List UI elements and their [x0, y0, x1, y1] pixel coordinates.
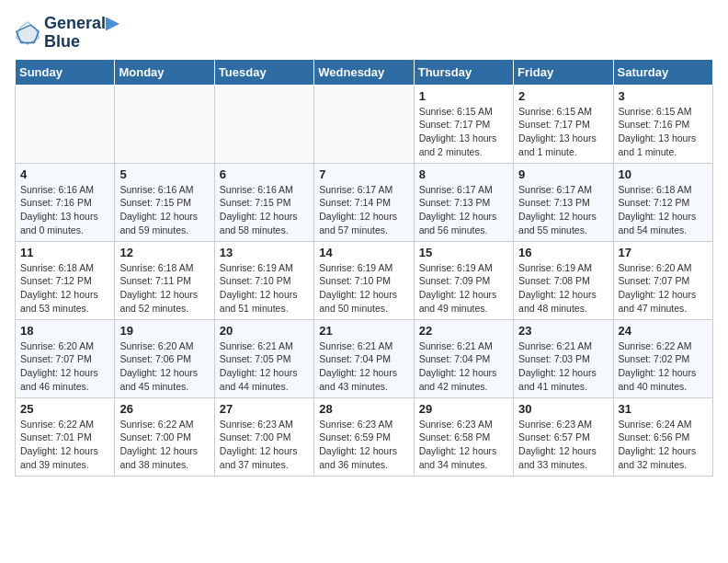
day-info: Sunrise: 6:20 AM Sunset: 7:06 PM Dayligh…: [119, 339, 209, 394]
calendar-week-row: 4Sunrise: 6:16 AM Sunset: 7:16 PM Daylig…: [16, 163, 713, 241]
calendar-day-cell: 6Sunrise: 6:16 AM Sunset: 7:15 PM Daylig…: [214, 163, 313, 241]
calendar-day-cell: 10Sunrise: 6:18 AM Sunset: 7:12 PM Dayli…: [613, 163, 712, 241]
day-info: Sunrise: 6:17 AM Sunset: 7:13 PM Dayligh…: [419, 183, 508, 237]
calendar-day-cell: 26Sunrise: 6:22 AM Sunset: 7:00 PM Dayli…: [115, 397, 214, 476]
calendar-day-cell: 4Sunrise: 6:16 AM Sunset: 7:16 PM Daylig…: [16, 163, 115, 241]
day-number: 7: [319, 167, 408, 181]
calendar-day-cell: 21Sunrise: 6:21 AM Sunset: 7:04 PM Dayli…: [314, 319, 414, 397]
day-number: 27: [220, 402, 309, 416]
day-number: 4: [20, 167, 109, 181]
calendar-day-cell: 23Sunrise: 6:21 AM Sunset: 7:03 PM Dayli…: [514, 319, 613, 397]
calendar-day-cell: 13Sunrise: 6:19 AM Sunset: 7:10 PM Dayli…: [214, 241, 313, 319]
day-of-week-header: Friday: [514, 59, 613, 85]
day-info: Sunrise: 6:19 AM Sunset: 7:10 PM Dayligh…: [319, 261, 408, 316]
calendar-day-cell: 3Sunrise: 6:15 AM Sunset: 7:16 PM Daylig…: [613, 85, 712, 163]
calendar-week-row: 18Sunrise: 6:20 AM Sunset: 7:07 PM Dayli…: [16, 319, 713, 397]
calendar-day-cell: [214, 85, 313, 163]
day-of-week-header: Tuesday: [214, 59, 313, 85]
day-info: Sunrise: 6:17 AM Sunset: 7:14 PM Dayligh…: [319, 183, 408, 237]
calendar-day-cell: 20Sunrise: 6:21 AM Sunset: 7:05 PM Dayli…: [214, 319, 313, 397]
day-info: Sunrise: 6:16 AM Sunset: 7:16 PM Dayligh…: [20, 183, 109, 237]
day-number: 16: [518, 246, 608, 259]
day-number: 18: [20, 324, 109, 338]
day-info: Sunrise: 6:22 AM Sunset: 7:00 PM Dayligh…: [119, 418, 209, 472]
calendar-day-cell: 12Sunrise: 6:18 AM Sunset: 7:11 PM Dayli…: [115, 241, 214, 319]
day-number: 26: [119, 402, 209, 416]
calendar-day-cell: 24Sunrise: 6:22 AM Sunset: 7:02 PM Dayli…: [613, 319, 712, 397]
day-info: Sunrise: 6:15 AM Sunset: 7:17 PM Dayligh…: [518, 105, 608, 159]
calendar-week-row: 11Sunrise: 6:18 AM Sunset: 7:12 PM Dayli…: [16, 241, 713, 319]
calendar-header-row: SundayMondayTuesdayWednesdayThursdayFrid…: [16, 59, 713, 85]
calendar-day-cell: 25Sunrise: 6:22 AM Sunset: 7:01 PM Dayli…: [16, 397, 115, 476]
calendar-week-row: 1Sunrise: 6:15 AM Sunset: 7:17 PM Daylig…: [16, 85, 713, 163]
day-number: 14: [319, 246, 408, 259]
day-info: Sunrise: 6:22 AM Sunset: 7:02 PM Dayligh…: [619, 339, 708, 394]
calendar-day-cell: 31Sunrise: 6:24 AM Sunset: 6:56 PM Dayli…: [613, 397, 712, 476]
day-info: Sunrise: 6:19 AM Sunset: 7:09 PM Dayligh…: [419, 261, 508, 316]
calendar-day-cell: 14Sunrise: 6:19 AM Sunset: 7:10 PM Dayli…: [314, 241, 414, 319]
day-number: 19: [119, 324, 209, 338]
day-info: Sunrise: 6:18 AM Sunset: 7:12 PM Dayligh…: [619, 183, 708, 237]
page-header: General▶ Blue: [15, 15, 713, 52]
day-number: 25: [20, 402, 109, 416]
day-info: Sunrise: 6:18 AM Sunset: 7:12 PM Dayligh…: [20, 261, 109, 316]
calendar-day-cell: [16, 85, 115, 163]
day-number: 9: [518, 167, 608, 181]
day-number: 31: [619, 402, 708, 416]
day-of-week-header: Saturday: [613, 59, 712, 85]
calendar-day-cell: 16Sunrise: 6:19 AM Sunset: 7:08 PM Dayli…: [514, 241, 613, 319]
day-info: Sunrise: 6:23 AM Sunset: 6:57 PM Dayligh…: [518, 418, 608, 472]
calendar-day-cell: [115, 85, 214, 163]
calendar-day-cell: 28Sunrise: 6:23 AM Sunset: 6:59 PM Dayli…: [314, 397, 414, 476]
day-number: 29: [419, 402, 508, 416]
day-number: 23: [518, 324, 608, 338]
day-info: Sunrise: 6:23 AM Sunset: 7:00 PM Dayligh…: [220, 418, 309, 472]
day-info: Sunrise: 6:22 AM Sunset: 7:01 PM Dayligh…: [20, 418, 109, 472]
calendar-day-cell: 8Sunrise: 6:17 AM Sunset: 7:13 PM Daylig…: [414, 163, 513, 241]
calendar-day-cell: 22Sunrise: 6:21 AM Sunset: 7:04 PM Dayli…: [414, 319, 513, 397]
day-of-week-header: Monday: [115, 59, 214, 85]
calendar-day-cell: 9Sunrise: 6:17 AM Sunset: 7:13 PM Daylig…: [514, 163, 613, 241]
day-number: 20: [220, 324, 309, 338]
calendar-day-cell: 1Sunrise: 6:15 AM Sunset: 7:17 PM Daylig…: [414, 85, 513, 163]
calendar-day-cell: 5Sunrise: 6:16 AM Sunset: 7:15 PM Daylig…: [115, 163, 214, 241]
day-info: Sunrise: 6:20 AM Sunset: 7:07 PM Dayligh…: [619, 261, 708, 316]
calendar-day-cell: [314, 85, 414, 163]
day-info: Sunrise: 6:24 AM Sunset: 6:56 PM Dayligh…: [619, 418, 708, 472]
calendar-day-cell: 15Sunrise: 6:19 AM Sunset: 7:09 PM Dayli…: [414, 241, 513, 319]
calendar-week-row: 25Sunrise: 6:22 AM Sunset: 7:01 PM Dayli…: [16, 397, 713, 476]
calendar-day-cell: 30Sunrise: 6:23 AM Sunset: 6:57 PM Dayli…: [514, 397, 613, 476]
day-info: Sunrise: 6:15 AM Sunset: 7:17 PM Dayligh…: [419, 105, 508, 159]
day-number: 11: [20, 246, 109, 259]
day-of-week-header: Wednesday: [314, 59, 414, 85]
day-number: 10: [619, 167, 708, 181]
day-number: 2: [518, 89, 608, 103]
logo-icon: [15, 20, 40, 46]
day-info: Sunrise: 6:21 AM Sunset: 7:04 PM Dayligh…: [319, 339, 408, 394]
calendar-day-cell: 17Sunrise: 6:20 AM Sunset: 7:07 PM Dayli…: [613, 241, 712, 319]
logo-text: General▶ Blue: [44, 15, 119, 52]
day-number: 22: [419, 324, 508, 338]
calendar-table: SundayMondayTuesdayWednesdayThursdayFrid…: [15, 59, 713, 477]
logo: General▶ Blue: [15, 15, 119, 52]
day-info: Sunrise: 6:15 AM Sunset: 7:16 PM Dayligh…: [619, 105, 708, 159]
day-info: Sunrise: 6:20 AM Sunset: 7:07 PM Dayligh…: [20, 339, 109, 394]
day-number: 1: [419, 89, 508, 103]
day-info: Sunrise: 6:17 AM Sunset: 7:13 PM Dayligh…: [518, 183, 608, 237]
day-number: 13: [220, 246, 309, 259]
calendar-day-cell: 11Sunrise: 6:18 AM Sunset: 7:12 PM Dayli…: [16, 241, 115, 319]
day-info: Sunrise: 6:21 AM Sunset: 7:04 PM Dayligh…: [419, 339, 508, 394]
day-of-week-header: Thursday: [414, 59, 513, 85]
day-info: Sunrise: 6:18 AM Sunset: 7:11 PM Dayligh…: [119, 261, 209, 316]
calendar-day-cell: 19Sunrise: 6:20 AM Sunset: 7:06 PM Dayli…: [115, 319, 214, 397]
day-info: Sunrise: 6:19 AM Sunset: 7:08 PM Dayligh…: [518, 261, 608, 316]
calendar-day-cell: 27Sunrise: 6:23 AM Sunset: 7:00 PM Dayli…: [214, 397, 313, 476]
calendar-day-cell: 18Sunrise: 6:20 AM Sunset: 7:07 PM Dayli…: [16, 319, 115, 397]
calendar-day-cell: 29Sunrise: 6:23 AM Sunset: 6:58 PM Dayli…: [414, 397, 513, 476]
day-info: Sunrise: 6:21 AM Sunset: 7:03 PM Dayligh…: [518, 339, 608, 394]
calendar-day-cell: 7Sunrise: 6:17 AM Sunset: 7:14 PM Daylig…: [314, 163, 414, 241]
day-info: Sunrise: 6:23 AM Sunset: 6:59 PM Dayligh…: [319, 418, 408, 472]
day-number: 5: [119, 167, 209, 181]
day-info: Sunrise: 6:23 AM Sunset: 6:58 PM Dayligh…: [419, 418, 508, 472]
day-number: 30: [518, 402, 608, 416]
